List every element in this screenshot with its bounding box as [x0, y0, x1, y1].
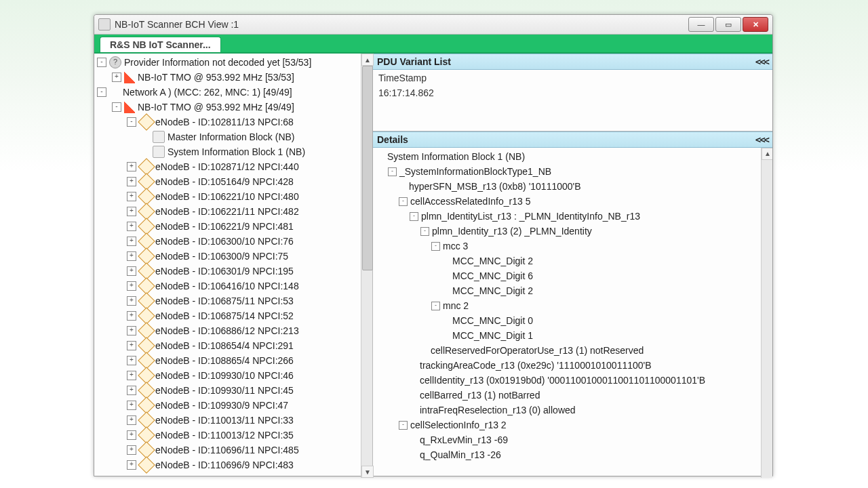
detail-item-2[interactable]: -cellAccessRelatedInfo_r13 5 [377, 194, 757, 209]
expand-icon[interactable]: - [399, 197, 408, 206]
detail-item-3[interactable]: -plmn_IdentityList_r13 : _PLMN_IdentityI… [377, 209, 757, 224]
pdu-collapse-icon[interactable]: <<< [755, 56, 768, 67]
detail-item-11[interactable]: MCC_MNC_Digit 1 [377, 328, 757, 343]
detail-item-19[interactable]: q_QualMin_r13 -26 [377, 447, 757, 462]
detail-item-16[interactable]: intraFreqReselection_r13 (0) allowed [377, 403, 757, 418]
tree-enodeb-9[interactable]: +eNodeB - ID:106875/11 NPCI:53 [97, 293, 359, 308]
detail-item-14[interactable]: cellIdentity_r13 (0x01919b0d) '000110010… [377, 373, 757, 388]
expand-icon[interactable]: - [431, 242, 440, 251]
expand-icon[interactable]: - [388, 167, 397, 176]
titlebar[interactable]: NB-IoT Scanner BCH View :1 — ▭ ✕ [94, 15, 772, 35]
pdu-header[interactable]: PDU Variant List <<< [373, 54, 772, 70]
tree-enodeb-12[interactable]: +eNodeB - ID:108654/4 NPCI:291 [97, 338, 359, 353]
detail-item-7[interactable]: MCC_MNC_Digit 6 [377, 268, 757, 283]
tree-enodeb-5[interactable]: +eNodeB - ID:106300/10 NPCI:76 [97, 234, 359, 249]
expand-icon[interactable]: + [127, 371, 136, 380]
right-scrollbar[interactable]: ▲ [761, 148, 772, 478]
expand-icon[interactable]: + [112, 73, 121, 82]
pdu-column-timestamp[interactable]: TimeStamp [378, 73, 767, 83]
detail-item-4[interactable]: -plmn_Identity_r13 (2) _PLMN_Identity [377, 224, 757, 239]
detail-item-10[interactable]: MCC_MNC_Digit 0 [377, 313, 757, 328]
tree-mib[interactable]: Master Information Block (NB) [97, 129, 359, 144]
detail-item-1[interactable]: hyperSFN_MSB_r13 (0xb8) '10111000'B [377, 179, 757, 194]
left-scrollbar[interactable]: ▲ ▼ [361, 54, 372, 478]
detail-item-18[interactable]: q_RxLevMin_r13 -69 [377, 432, 757, 447]
tree-enodeb-18[interactable]: +eNodeB - ID:110013/12 NPCI:35 [97, 428, 359, 443]
expand-icon[interactable]: - [97, 58, 106, 67]
details-header[interactable]: Details <<< [373, 131, 772, 148]
expand-icon[interactable]: - [399, 421, 408, 430]
detail-item-0[interactable]: -_SystemInformationBlockType1_NB [377, 164, 757, 179]
maximize-button[interactable]: ▭ [715, 17, 741, 32]
minimize-button[interactable]: — [688, 17, 714, 32]
expand-icon[interactable]: - [410, 212, 418, 221]
tree-enodeb-20[interactable]: +eNodeB - ID:110696/9 NPCI:483 [97, 458, 359, 472]
expand-icon[interactable]: - [431, 302, 440, 310]
tab-scanner[interactable]: R&S NB IoT Scanner... [100, 37, 221, 52]
expand-icon[interactable]: + [127, 386, 136, 395]
tree-enodeb-3[interactable]: +eNodeB - ID:106221/11 NPCI:482 [97, 204, 359, 219]
expand-icon[interactable]: + [127, 415, 136, 425]
expand-icon[interactable]: + [127, 162, 136, 171]
expand-icon[interactable]: + [127, 237, 136, 246]
tree-tmo-2[interactable]: -NB-IoT TMO @ 953.992 MHz [49/49] [97, 100, 359, 115]
expand-icon[interactable]: + [127, 281, 136, 291]
expand-icon[interactable]: - [97, 87, 106, 97]
scroll-thumb[interactable] [362, 66, 373, 270]
tree-enodeb-4[interactable]: +eNodeB - ID:106221/9 NPCI:481 [97, 219, 359, 234]
expand-icon[interactable]: - [127, 117, 136, 127]
tree-enodeb-16[interactable]: +eNodeB - ID:109930/9 NPCI:47 [97, 398, 359, 413]
expand-icon[interactable]: + [127, 296, 136, 306]
expand-icon[interactable]: + [127, 207, 136, 216]
tree-enodeb-7[interactable]: +eNodeB - ID:106301/9 NPCI:195 [97, 264, 359, 279]
tree-enodeb-13[interactable]: +eNodeB - ID:108865/4 NPCI:266 [97, 353, 359, 368]
expand-icon[interactable]: - [420, 227, 429, 236]
detail-title[interactable]: System Information Block 1 (NB) [377, 149, 757, 164]
detail-item-13[interactable]: trackingAreaCode_r13 (0xe29c) '111000101… [377, 358, 757, 373]
tree-enodeb-open[interactable]: -eNodeB - ID:102811/13 NPCI:68 [97, 115, 359, 129]
detail-item-17[interactable]: -cellSelectionInfo_r13 2 [377, 418, 757, 432]
expand-icon[interactable]: + [127, 445, 136, 455]
expand-icon[interactable]: + [127, 177, 136, 186]
pdu-timestamp-value[interactable]: 16:17:14.862 [378, 87, 767, 98]
detail-item-12[interactable]: cellReservedForOperatorUse_r13 (1) notRe… [377, 343, 757, 358]
expand-icon[interactable]: + [127, 222, 136, 231]
details-tree[interactable]: System Information Block 1 (NB)-_SystemI… [373, 148, 761, 478]
tree-tmo-1[interactable]: +NB-IoT TMO @ 953.992 MHz [53/53] [97, 70, 359, 85]
detail-item-9[interactable]: -mnc 2 [377, 298, 757, 313]
scroll-down-icon[interactable]: ▼ [361, 466, 374, 478]
tree-provider-undecoded[interactable]: -?Provider Information not decoded yet [… [97, 55, 359, 70]
expand-icon[interactable]: + [127, 430, 136, 440]
expand-icon[interactable]: + [127, 341, 136, 350]
tree-enodeb-1[interactable]: +eNodeB - ID:105164/9 NPCI:428 [97, 174, 359, 189]
network-tree[interactable]: -?Provider Information not decoded yet [… [94, 54, 361, 478]
tree-enodeb-19[interactable]: +eNodeB - ID:110696/11 NPCI:485 [97, 443, 359, 458]
expand-icon[interactable]: + [127, 311, 136, 321]
scroll-up-icon[interactable]: ▲ [361, 54, 374, 66]
tree-network-a[interactable]: -Network A ) (MCC: 262, MNC: 1) [49/49] [97, 85, 359, 100]
tree-sib1[interactable]: System Information Block 1 (NB) [97, 144, 359, 159]
scroll-up-icon[interactable]: ▲ [762, 148, 772, 160]
expand-icon[interactable]: + [127, 356, 136, 365]
detail-item-6[interactable]: MCC_MNC_Digit 2 [377, 253, 757, 268]
tree-enodeb-8[interactable]: +eNodeB - ID:106416/10 NPCI:148 [97, 279, 359, 293]
tree-enodeb-0[interactable]: +eNodeB - ID:102871/12 NPCI:440 [97, 159, 359, 174]
tree-enodeb-10[interactable]: +eNodeB - ID:106875/14 NPCI:52 [97, 308, 359, 323]
expand-icon[interactable]: + [127, 266, 136, 276]
tree-enodeb-11[interactable]: +eNodeB - ID:106886/12 NPCI:213 [97, 323, 359, 338]
detail-item-5[interactable]: -mcc 3 [377, 239, 757, 253]
expand-icon[interactable]: + [127, 251, 136, 261]
expand-icon[interactable]: + [127, 401, 136, 410]
details-collapse-icon[interactable]: <<< [755, 134, 768, 145]
detail-item-15[interactable]: cellBarred_r13 (1) notBarred [377, 388, 757, 403]
tree-enodeb-15[interactable]: +eNodeB - ID:109930/11 NPCI:45 [97, 383, 359, 398]
expand-icon[interactable]: + [127, 326, 136, 336]
tree-enodeb-14[interactable]: +eNodeB - ID:109930/10 NPCI:46 [97, 368, 359, 383]
tree-enodeb-2[interactable]: +eNodeB - ID:106221/10 NPCI:480 [97, 189, 359, 204]
tree-enodeb-17[interactable]: +eNodeB - ID:110013/11 NPCI:33 [97, 413, 359, 428]
expand-icon[interactable]: + [127, 192, 136, 201]
tree-enodeb-6[interactable]: +eNodeB - ID:106300/9 NPCI:75 [97, 249, 359, 264]
expand-icon[interactable]: + [127, 460, 136, 470]
expand-icon[interactable]: - [112, 102, 121, 112]
close-button[interactable]: ✕ [743, 17, 768, 32]
